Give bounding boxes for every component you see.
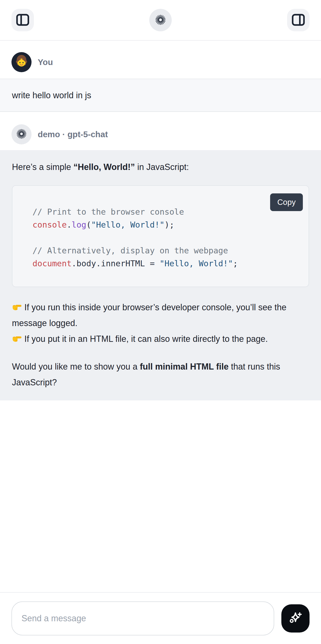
intro-paragraph: Here’s a simple “Hello, World!” in JavaS…	[12, 159, 309, 175]
composer-bar	[0, 592, 321, 644]
copy-button[interactable]: Copy	[270, 194, 303, 211]
chat-app: You write hello world in js	[0, 0, 321, 644]
left-sidebar-toggle-button[interactable]	[11, 9, 34, 31]
assistant-message-header: demo · gpt-5-chat	[0, 112, 321, 150]
starburst-icon	[155, 14, 166, 26]
sidebar-right-panel-icon	[292, 14, 305, 27]
bullet-list: If you run this inside your browser’s de…	[12, 300, 309, 347]
send-button[interactable]	[281, 604, 310, 632]
user-message-bubble: write hello world in js	[0, 79, 321, 112]
code-content: // Print to the browser consoleconsole.l…	[12, 186, 309, 286]
sparkle-icon	[288, 610, 303, 626]
sidebar-left-panel-icon	[16, 14, 29, 27]
user-message-text: write hello world in js	[12, 90, 91, 100]
model-label: demo · gpt-5-chat	[38, 130, 108, 139]
bullet-text: If you run this inside your browser’s de…	[12, 302, 286, 328]
user-message-header: You	[0, 41, 321, 79]
assistant-avatar	[11, 124, 31, 144]
pointing-right-emoji	[12, 333, 22, 343]
center-logo-button[interactable]	[149, 9, 172, 31]
bullet-item: If you put it in an HTML file, it can al…	[12, 331, 309, 347]
assistant-message-body: Here’s a simple “Hello, World!” in JavaS…	[0, 150, 321, 400]
code-block: // Print to the browser consoleconsole.l…	[12, 185, 309, 287]
bullet-item: If you run this inside your browser’s de…	[12, 300, 309, 331]
top-bar	[0, 0, 321, 41]
bullet-text: If you put it in an HTML file, it can al…	[24, 334, 268, 344]
user-avatar	[11, 52, 31, 72]
person-emoji-icon	[14, 55, 28, 70]
closing-paragraph: Would you like me to show you a full min…	[12, 359, 309, 390]
pointing-right-emoji	[12, 301, 22, 311]
message-input[interactable]	[11, 602, 274, 636]
user-sender-label: You	[38, 57, 53, 67]
starburst-icon	[16, 128, 27, 140]
right-panel-toggle-button[interactable]	[287, 9, 310, 31]
chat-scroll-area[interactable]	[0, 400, 321, 592]
